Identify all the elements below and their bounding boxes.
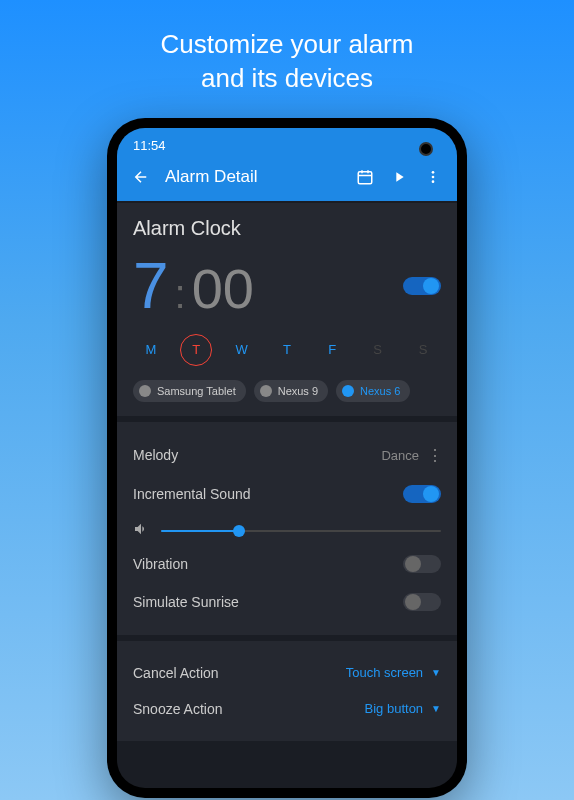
cancel-action-row[interactable]: Cancel Action Touch screen ▼ <box>133 655 441 691</box>
sound-card: Melody Dance ⋮ Incremental Sound <box>117 422 457 635</box>
time-hour: 7 <box>133 254 169 318</box>
time-minute: 00 <box>192 261 254 317</box>
sunrise-label: Simulate Sunrise <box>133 594 239 610</box>
day-sat[interactable]: S <box>362 334 394 366</box>
cancel-action-value: Touch screen ▼ <box>346 665 441 680</box>
day-fri[interactable]: F <box>316 334 348 366</box>
chevron-down-icon: ▼ <box>431 703 441 714</box>
sunrise-row: Simulate Sunrise <box>133 583 441 621</box>
play-icon[interactable] <box>389 167 409 187</box>
app-bar: Alarm Detail <box>117 157 457 201</box>
vibration-toggle[interactable] <box>403 555 441 573</box>
alarm-enable-toggle[interactable] <box>403 277 441 295</box>
day-mon[interactable]: M <box>135 334 167 366</box>
more-dots-icon[interactable]: ⋮ <box>427 446 441 465</box>
chip-dot <box>342 385 354 397</box>
alarm-title: Alarm Clock <box>133 217 441 240</box>
melody-value: Dance ⋮ <box>381 446 441 465</box>
promo-title: Customize your alarm and its devices <box>161 28 414 96</box>
svg-point-2 <box>432 175 435 178</box>
vibration-label: Vibration <box>133 556 188 572</box>
day-tue[interactable]: T <box>180 334 212 366</box>
day-sun[interactable]: S <box>407 334 439 366</box>
camera-hole <box>419 142 433 156</box>
melody-label: Melody <box>133 447 178 463</box>
snooze-action-row[interactable]: Snooze Action Big button ▼ <box>133 691 441 727</box>
volume-icon <box>133 521 149 541</box>
calendar-icon[interactable] <box>355 167 375 187</box>
melody-row[interactable]: Melody Dance ⋮ <box>133 436 441 475</box>
alarm-card: Alarm Clock 7 : 00 M T W T F <box>117 203 457 416</box>
device-chip-nexus-6[interactable]: Nexus 6 <box>336 380 410 402</box>
incremental-label: Incremental Sound <box>133 486 251 502</box>
time-colon: : <box>175 272 186 317</box>
page-title: Alarm Detail <box>165 167 341 187</box>
volume-row <box>133 513 441 545</box>
day-thu[interactable]: T <box>271 334 303 366</box>
volume-slider[interactable] <box>161 530 441 532</box>
days-row: M T W T F S S <box>133 334 441 366</box>
actions-card: Cancel Action Touch screen ▼ Snooze Acti… <box>117 641 457 741</box>
phone-frame: 11:54 Alarm Detail Alarm Clock <box>107 118 467 798</box>
back-button[interactable] <box>131 167 151 187</box>
incremental-toggle[interactable] <box>403 485 441 503</box>
chip-dot <box>260 385 272 397</box>
status-bar: 11:54 <box>117 128 457 157</box>
chip-dot <box>139 385 151 397</box>
svg-point-1 <box>432 171 435 174</box>
phone-screen: 11:54 Alarm Detail Alarm Clock <box>117 128 457 788</box>
time-picker[interactable]: 7 : 00 <box>133 254 254 318</box>
chevron-down-icon: ▼ <box>431 667 441 678</box>
snooze-action-value: Big button ▼ <box>365 701 441 716</box>
svg-point-3 <box>432 180 435 183</box>
device-chip-samsung-tablet[interactable]: Samsung Tablet <box>133 380 246 402</box>
cancel-action-label: Cancel Action <box>133 665 219 681</box>
status-time: 11:54 <box>133 138 166 153</box>
more-icon[interactable] <box>423 167 443 187</box>
day-wed[interactable]: W <box>226 334 258 366</box>
vibration-row: Vibration <box>133 545 441 583</box>
snooze-action-label: Snooze Action <box>133 701 223 717</box>
device-chip-nexus-9[interactable]: Nexus 9 <box>254 380 328 402</box>
sunrise-toggle[interactable] <box>403 593 441 611</box>
svg-rect-0 <box>358 171 372 183</box>
device-chips: Samsung Tablet Nexus 9 Nexus 6 <box>133 380 441 402</box>
incremental-row: Incremental Sound <box>133 475 441 513</box>
